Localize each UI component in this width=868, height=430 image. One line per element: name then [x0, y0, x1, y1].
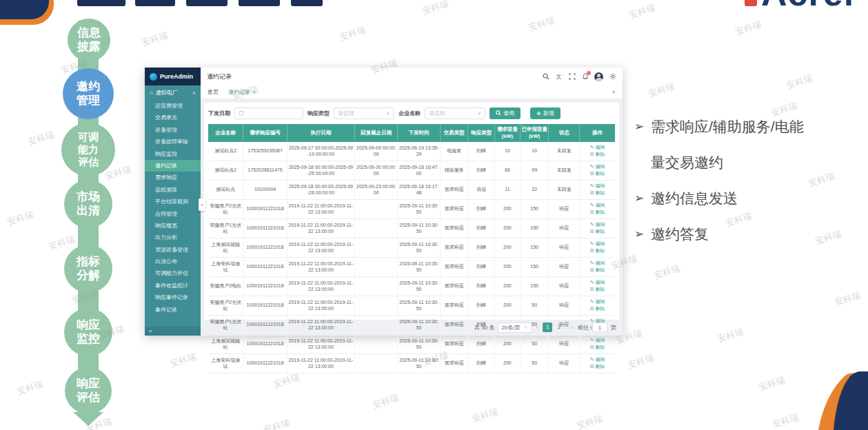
delete-link[interactable]: ⊟ 删除: [581, 151, 614, 158]
delete-link[interactable]: ⊟ 删除: [581, 228, 614, 236]
delete-link[interactable]: ⊟ 删除: [581, 267, 614, 274]
edit-link[interactable]: ✎ 编辑: [581, 260, 614, 267]
fullscreen-icon[interactable]: [568, 73, 576, 81]
bullet-text: 需求响应/辅助服务/电能 量交易邀约: [651, 119, 804, 170]
page-title: 邀约记录: [207, 72, 232, 81]
table-cell: 150: [520, 218, 548, 238]
sidebar-item[interactable]: 响应事件记录: [145, 291, 201, 303]
sidebar-item[interactable]: 响应监控: [145, 148, 201, 160]
row-actions: ✎ 编辑⊟ 删除: [580, 199, 615, 218]
chevron-up-icon: ∧: [192, 90, 196, 96]
sidebar-item[interactable]: 平台结算规则: [145, 196, 201, 207]
delete-link[interactable]: ⊟ 删除: [581, 363, 614, 371]
edit-link[interactable]: ✎ 编辑: [581, 240, 614, 248]
sidebar-item[interactable]: 设备故障审核: [145, 136, 201, 147]
page-size-select[interactable]: 20条/页∨: [498, 322, 531, 333]
translate-icon[interactable]: 文: [555, 73, 563, 81]
table-cell: 安徽用户2光伏站: [208, 199, 243, 218]
edit-link[interactable]: ✎ 编辑: [581, 279, 614, 287]
sidebar-item[interactable]: 出清公布: [145, 256, 201, 267]
acrel-logo-mark: [745, 0, 757, 6]
sidebar-item[interactable]: 需求响应: [145, 172, 201, 183]
bullet-arrow-icon: ➢: [634, 216, 644, 252]
bell-icon[interactable]: [581, 73, 589, 81]
delete-link[interactable]: ⊟ 删除: [581, 305, 614, 313]
sidebar-item[interactable]: 出力分析: [145, 232, 201, 243]
table-cell: [354, 257, 398, 276]
sidebar-item[interactable]: 交易单元: [145, 112, 201, 123]
topbar: 邀约记录 文: [201, 68, 623, 85]
delete-link[interactable]: ⊟ 删除: [581, 286, 614, 294]
edit-link[interactable]: ✎ 编辑: [581, 144, 614, 152]
avatar[interactable]: [594, 72, 603, 81]
table-cell: 2019-11-22 11:00:00-2019-11-22 13:00:00: [287, 334, 354, 354]
delete-link[interactable]: ⊟ 删除: [581, 190, 614, 197]
delete-link[interactable]: ⊟ 删除: [581, 344, 614, 351]
watermark-text: 安科瑞: [833, 289, 862, 309]
sidebar-item[interactable]: 响应概览: [145, 220, 201, 232]
delete-link[interactable]: ⊟ 删除: [581, 247, 614, 255]
add-button-label: 新增: [543, 110, 554, 117]
watermark-text: 安科瑞: [757, 373, 787, 393]
edit-link[interactable]: ✎ 编辑: [581, 337, 614, 345]
chevron-down-icon[interactable]: ∨: [612, 89, 616, 95]
flow-step: 响应 监控: [64, 308, 112, 356]
edit-link[interactable]: ✎ 编辑: [581, 298, 614, 306]
table-cell: 200: [494, 354, 520, 373]
search-button[interactable]: 查询: [489, 108, 521, 119]
column-header: 需求响应编号: [243, 124, 287, 142]
sidebar-item[interactable]: 邀约记录: [145, 160, 201, 172]
close-icon[interactable]: ×: [252, 89, 256, 95]
sidebar-collapse-bar[interactable]: «: [145, 327, 201, 336]
table-cell: 测试站点: [208, 180, 243, 199]
page-number[interactable]: 2: [554, 322, 564, 332]
gear-icon[interactable]: [609, 73, 616, 81]
prev-page-button[interactable]: ‹: [535, 325, 540, 331]
table-cell: 响应: [549, 334, 580, 354]
table-cell: 50: [520, 296, 548, 315]
delete-link[interactable]: ⊟ 删除: [581, 170, 614, 178]
search-icon[interactable]: [542, 73, 549, 81]
table-cell: 2025-09-30 00:00:00: [354, 161, 398, 180]
tab-home[interactable]: 首页: [208, 88, 219, 96]
sidebar-item[interactable]: 基线测算: [145, 184, 201, 196]
sidebar-item[interactable]: 可调能力评估: [145, 267, 201, 279]
watermark-text: 安科瑞: [627, 1, 657, 21]
table-cell: 2019-11-22 11:00:00-2019-11-22 13:00:00: [287, 218, 354, 238]
watermark-text: 安科瑞: [15, 378, 45, 398]
response-type-select[interactable]: 请选择∨: [334, 108, 394, 119]
select-placeholder: 请选择: [338, 110, 354, 117]
tab-invitation-records[interactable]: 邀约记录×: [228, 88, 256, 96]
watermark-text: 安科瑞: [168, 350, 198, 370]
table-cell: 200: [494, 218, 520, 238]
next-page-button[interactable]: ›: [569, 325, 574, 331]
sidebar-collapse-tag[interactable]: «: [199, 198, 205, 211]
edit-link[interactable]: ✎ 编辑: [581, 183, 614, 190]
edit-link[interactable]: ✎ 编辑: [581, 163, 614, 171]
delete-link[interactable]: ⊟ 删除: [581, 209, 614, 216]
sidebar-group-vpp[interactable]: ⌂ 虚拟电厂 ∧: [145, 85, 201, 100]
table-cell: 150: [520, 276, 548, 296]
table-cell: 10: [494, 142, 520, 161]
cut-off-title-fragment: [239, 0, 280, 6]
page-number[interactable]: 1: [543, 322, 552, 332]
goto-page-input[interactable]: [592, 322, 607, 332]
add-button[interactable]: ⊕新增: [530, 108, 561, 119]
sidebar-item[interactable]: 事件记录: [145, 304, 201, 316]
sidebar-item[interactable]: 事件收益统计: [145, 280, 201, 291]
sidebar-item[interactable]: 资源设备管理: [145, 244, 201, 256]
chevron-down-icon: ∨: [525, 325, 528, 330]
table-cell: 2025-09-23 00:00:00: [354, 180, 398, 199]
edit-link[interactable]: ✎ 编辑: [581, 356, 614, 364]
issue-date-input[interactable]: [234, 108, 303, 119]
edit-link[interactable]: ✎ 编辑: [581, 221, 614, 229]
sidebar-item[interactable]: 设备管理: [145, 124, 201, 136]
sidebar-item[interactable]: 运营商管理: [145, 100, 201, 112]
edit-link[interactable]: ✎ 编辑: [581, 202, 614, 209]
watermark-text: 安科瑞: [626, 351, 656, 371]
column-header: 已申报容量 (kW): [520, 124, 548, 142]
table-cell: 2019-11-22 11:00:00-2019-11-22 13:00:00: [287, 238, 354, 257]
sidebar-item[interactable]: 合同管理: [145, 208, 201, 220]
table-cell: 需求响应: [440, 238, 468, 257]
company-select[interactable]: 请选择∨: [425, 108, 485, 119]
